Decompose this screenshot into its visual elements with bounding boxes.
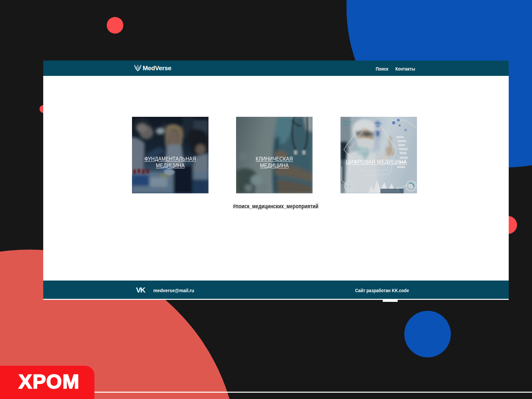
svg-text:VK: VK bbox=[136, 287, 146, 293]
